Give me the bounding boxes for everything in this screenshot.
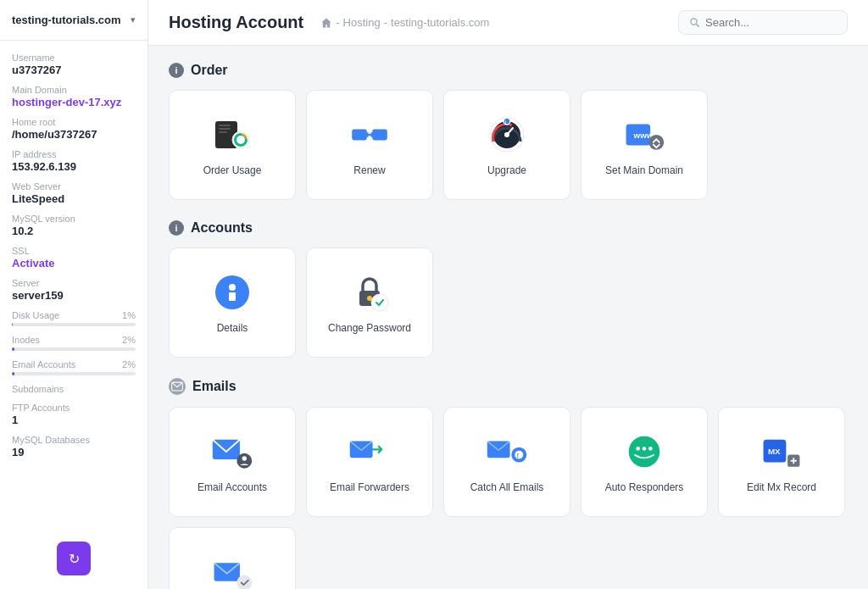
ftp-group: FTP Accounts 1 bbox=[12, 403, 136, 426]
emails-section: Emails Email Accounts bbox=[169, 378, 848, 589]
order-usage-label: Order Usage bbox=[203, 164, 262, 176]
inodes-pct: 2% bbox=[122, 335, 136, 345]
mail-service-control-card[interactable]: Mail Service Control bbox=[169, 527, 296, 589]
domain-selector[interactable]: testing-tutorials.com ▾ bbox=[0, 0, 147, 41]
svg-rect-5 bbox=[219, 131, 227, 133]
sidebar-footer: ↻ bbox=[0, 542, 147, 575]
details-label: Details bbox=[217, 322, 248, 334]
email-accounts-usage-label: Email Accounts bbox=[12, 359, 75, 370]
svg-point-36 bbox=[629, 436, 660, 468]
svg-point-29 bbox=[236, 453, 252, 469]
svg-point-26 bbox=[371, 294, 388, 311]
set-main-domain-icon: www bbox=[623, 114, 665, 156]
email-accounts-progress-bar bbox=[12, 372, 136, 375]
sidebar-info: Username u3737267 Main Domain hostinger-… bbox=[0, 41, 147, 535]
svg-point-34 bbox=[515, 450, 524, 459]
content-area: i Order bbox=[148, 46, 868, 589]
main-content: Hosting Account - Hosting - testing-tuto… bbox=[148, 0, 868, 589]
username-label: Username bbox=[12, 53, 136, 63]
home-icon[interactable] bbox=[320, 17, 332, 29]
svg-point-22 bbox=[229, 284, 236, 291]
upgrade-label: Upgrade bbox=[487, 164, 526, 176]
svg-point-37 bbox=[636, 447, 640, 451]
order-cards-grid: Order Usage Renew bbox=[169, 90, 848, 200]
refresh-icon: ↻ bbox=[69, 551, 80, 567]
renew-icon bbox=[348, 114, 391, 156]
page-title: Hosting Account bbox=[169, 13, 303, 32]
username-value: u3737267 bbox=[12, 64, 136, 76]
emails-section-title: Emails bbox=[192, 379, 236, 394]
breadcrumb-hosting[interactable]: Hosting bbox=[343, 16, 381, 29]
search-icon bbox=[689, 17, 700, 28]
ssl-group: SSL Activate bbox=[12, 246, 136, 269]
email-accounts-usage-row: Email Accounts 2% bbox=[12, 359, 136, 375]
mysql-version-value: 10.2 bbox=[12, 225, 136, 237]
mail-service-control-icon bbox=[211, 551, 253, 589]
order-usage-card[interactable]: Order Usage bbox=[169, 90, 296, 200]
breadcrumb-domain[interactable]: testing-tutorials.com bbox=[391, 16, 489, 29]
web-server-group: Web Server LiteSpeed bbox=[12, 181, 136, 205]
order-usage-icon bbox=[211, 114, 253, 156]
subdomains-group: Subdomains bbox=[12, 384, 136, 394]
auto-responders-label: Auto Responders bbox=[605, 481, 684, 493]
disk-usage-row: Disk Usage 1% bbox=[12, 310, 136, 326]
svg-rect-23 bbox=[229, 292, 236, 301]
svg-rect-3 bbox=[219, 125, 231, 126]
disk-progress-bar bbox=[12, 323, 136, 326]
ip-label: IP address bbox=[12, 149, 136, 159]
main-domain-value[interactable]: hostinger-dev-17.xyz bbox=[12, 96, 136, 108]
svg-point-7 bbox=[236, 136, 245, 144]
server-value: server159 bbox=[12, 289, 136, 302]
email-accounts-card[interactable]: Email Accounts bbox=[169, 407, 296, 517]
email-forwarders-card[interactable]: Email Forwarders bbox=[306, 407, 433, 517]
catch-all-emails-label: Catch All Emails bbox=[470, 481, 544, 493]
accounts-info-icon: i bbox=[169, 220, 184, 236]
edit-mx-record-icon: MX bbox=[760, 431, 803, 473]
order-section-header: i Order bbox=[169, 63, 848, 78]
mysql-version-label: MySQL version bbox=[12, 214, 136, 224]
details-card[interactable]: Details bbox=[169, 247, 296, 358]
breadcrumb: - Hosting - testing-tutorials.com bbox=[320, 16, 489, 29]
catch-all-emails-card[interactable]: ! Catch All Emails bbox=[443, 407, 570, 517]
web-server-value: LiteSpeed bbox=[12, 192, 136, 205]
topbar: Hosting Account - Hosting - testing-tuto… bbox=[148, 0, 868, 46]
svg-point-38 bbox=[643, 447, 647, 451]
auto-responders-icon bbox=[623, 431, 665, 473]
server-group: Server server159 bbox=[12, 278, 136, 302]
mysql-db-value: 19 bbox=[12, 446, 136, 458]
home-root-value: /home/u3737267 bbox=[12, 128, 136, 141]
breadcrumb-sep1: - bbox=[336, 16, 339, 29]
search-input[interactable] bbox=[705, 16, 837, 29]
change-password-card[interactable]: Change Password bbox=[306, 247, 433, 358]
auto-responders-card[interactable]: Auto Responders bbox=[581, 407, 708, 517]
svg-point-0 bbox=[691, 19, 697, 25]
home-root-label: Home root bbox=[12, 117, 136, 127]
server-label: Server bbox=[12, 278, 136, 288]
ssl-value[interactable]: Activate bbox=[12, 257, 136, 269]
set-main-domain-label: Set Main Domain bbox=[605, 164, 683, 176]
edit-mx-record-card[interactable]: MX Edit Mx Record bbox=[718, 407, 845, 517]
svg-point-30 bbox=[242, 456, 247, 460]
inodes-row: Inodes 2% bbox=[12, 335, 136, 351]
emails-section-header: Emails bbox=[169, 378, 848, 395]
email-accounts-pct: 2% bbox=[122, 359, 136, 370]
renew-card[interactable]: Renew bbox=[306, 90, 433, 200]
email-accounts-progress-fill bbox=[12, 372, 14, 375]
upgrade-icon: i bbox=[486, 114, 528, 156]
details-icon bbox=[211, 271, 253, 314]
set-main-domain-card[interactable]: www Set Main Domain bbox=[581, 90, 708, 200]
svg-text:!: ! bbox=[517, 452, 520, 459]
sidebar-domain: testing-tutorials.com bbox=[12, 14, 131, 26]
order-section: i Order bbox=[169, 63, 848, 200]
refresh-button[interactable]: ↻ bbox=[57, 542, 91, 575]
disk-pct: 1% bbox=[122, 310, 136, 320]
accounts-section: i Accounts Details bbox=[169, 220, 848, 358]
web-server-label: Web Server bbox=[12, 181, 136, 192]
svg-line-1 bbox=[696, 24, 698, 26]
upgrade-card[interactable]: i Upgrade bbox=[443, 90, 570, 200]
disk-label: Disk Usage bbox=[12, 310, 59, 320]
svg-text:MX: MX bbox=[768, 447, 781, 456]
ftp-label: FTP Accounts bbox=[12, 403, 136, 413]
inodes-progress-bar bbox=[12, 347, 136, 351]
search-bar[interactable] bbox=[678, 10, 848, 35]
